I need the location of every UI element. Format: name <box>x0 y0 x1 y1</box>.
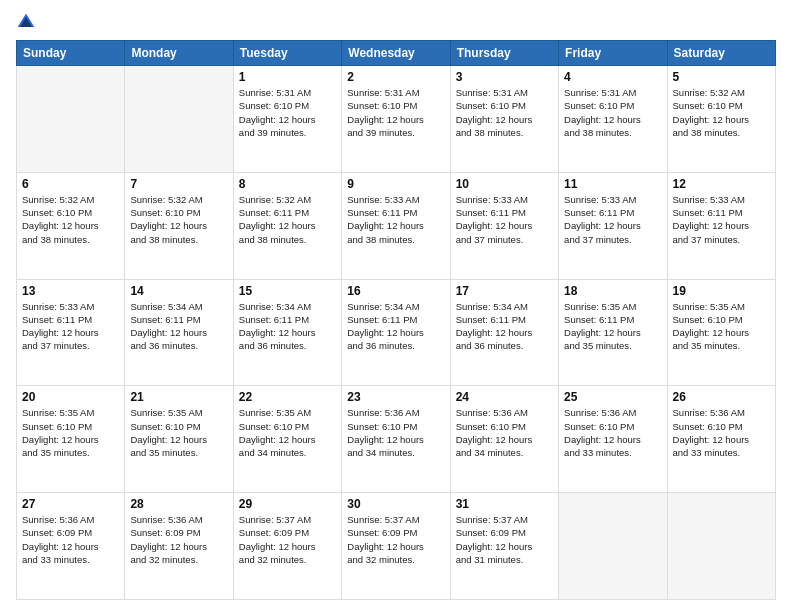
sunrise-label: Sunrise: 5:32 AM <box>673 87 745 98</box>
day-info: Sunrise: 5:31 AMSunset: 6:10 PMDaylight:… <box>239 86 336 139</box>
day-number: 30 <box>347 497 444 511</box>
calendar-cell: 23Sunrise: 5:36 AMSunset: 6:10 PMDayligh… <box>342 386 450 493</box>
calendar-cell: 9Sunrise: 5:33 AMSunset: 6:11 PMDaylight… <box>342 172 450 279</box>
sunset-label: Sunset: 6:11 PM <box>456 314 526 325</box>
calendar-cell: 27Sunrise: 5:36 AMSunset: 6:09 PMDayligh… <box>17 493 125 600</box>
calendar-header-wednesday: Wednesday <box>342 41 450 66</box>
sunset-label: Sunset: 6:10 PM <box>673 314 743 325</box>
sunrise-label: Sunrise: 5:36 AM <box>22 514 94 525</box>
calendar-week-row: 27Sunrise: 5:36 AMSunset: 6:09 PMDayligh… <box>17 493 776 600</box>
daylight-label: Daylight: 12 hours <box>673 434 750 445</box>
calendar-cell: 12Sunrise: 5:33 AMSunset: 6:11 PMDayligh… <box>667 172 775 279</box>
day-number: 2 <box>347 70 444 84</box>
daylight-label: Daylight: 12 hours <box>22 220 99 231</box>
day-info: Sunrise: 5:36 AMSunset: 6:10 PMDaylight:… <box>673 406 770 459</box>
day-number: 11 <box>564 177 661 191</box>
day-number: 19 <box>673 284 770 298</box>
calendar-cell: 6Sunrise: 5:32 AMSunset: 6:10 PMDaylight… <box>17 172 125 279</box>
daylight-minutes: and 36 minutes. <box>130 340 198 351</box>
daylight-label: Daylight: 12 hours <box>239 541 316 552</box>
daylight-label: Daylight: 12 hours <box>456 114 533 125</box>
day-info: Sunrise: 5:36 AMSunset: 6:10 PMDaylight:… <box>564 406 661 459</box>
calendar-cell: 16Sunrise: 5:34 AMSunset: 6:11 PMDayligh… <box>342 279 450 386</box>
calendar-header-row: SundayMondayTuesdayWednesdayThursdayFrid… <box>17 41 776 66</box>
daylight-minutes: and 38 minutes. <box>130 234 198 245</box>
daylight-minutes: and 37 minutes. <box>564 234 632 245</box>
day-info: Sunrise: 5:37 AMSunset: 6:09 PMDaylight:… <box>347 513 444 566</box>
sunrise-label: Sunrise: 5:35 AM <box>130 407 202 418</box>
sunset-label: Sunset: 6:10 PM <box>456 421 526 432</box>
sunset-label: Sunset: 6:10 PM <box>130 421 200 432</box>
daylight-minutes: and 38 minutes. <box>239 234 307 245</box>
sunrise-label: Sunrise: 5:34 AM <box>239 301 311 312</box>
sunset-label: Sunset: 6:11 PM <box>564 207 634 218</box>
day-number: 26 <box>673 390 770 404</box>
sunset-label: Sunset: 6:10 PM <box>564 421 634 432</box>
daylight-label: Daylight: 12 hours <box>239 434 316 445</box>
sunset-label: Sunset: 6:09 PM <box>130 527 200 538</box>
sunset-label: Sunset: 6:10 PM <box>22 421 92 432</box>
day-info: Sunrise: 5:35 AMSunset: 6:10 PMDaylight:… <box>130 406 227 459</box>
sunrise-label: Sunrise: 5:35 AM <box>564 301 636 312</box>
day-number: 12 <box>673 177 770 191</box>
page: SundayMondayTuesdayWednesdayThursdayFrid… <box>0 0 792 612</box>
daylight-label: Daylight: 12 hours <box>130 541 207 552</box>
sunset-label: Sunset: 6:11 PM <box>564 314 634 325</box>
daylight-label: Daylight: 12 hours <box>130 434 207 445</box>
day-number: 31 <box>456 497 553 511</box>
daylight-minutes: and 35 minutes. <box>673 340 741 351</box>
sunset-label: Sunset: 6:09 PM <box>22 527 92 538</box>
daylight-label: Daylight: 12 hours <box>239 114 316 125</box>
sunrise-label: Sunrise: 5:36 AM <box>564 407 636 418</box>
sunset-label: Sunset: 6:10 PM <box>239 100 309 111</box>
calendar-cell: 5Sunrise: 5:32 AMSunset: 6:10 PMDaylight… <box>667 66 775 173</box>
day-info: Sunrise: 5:35 AMSunset: 6:11 PMDaylight:… <box>564 300 661 353</box>
sunrise-label: Sunrise: 5:32 AM <box>239 194 311 205</box>
calendar-cell: 25Sunrise: 5:36 AMSunset: 6:10 PMDayligh… <box>559 386 667 493</box>
daylight-label: Daylight: 12 hours <box>239 220 316 231</box>
day-info: Sunrise: 5:36 AMSunset: 6:10 PMDaylight:… <box>347 406 444 459</box>
day-number: 3 <box>456 70 553 84</box>
sunrise-label: Sunrise: 5:33 AM <box>673 194 745 205</box>
daylight-label: Daylight: 12 hours <box>456 434 533 445</box>
daylight-label: Daylight: 12 hours <box>347 434 424 445</box>
daylight-minutes: and 38 minutes. <box>347 234 415 245</box>
calendar-cell: 4Sunrise: 5:31 AMSunset: 6:10 PMDaylight… <box>559 66 667 173</box>
daylight-label: Daylight: 12 hours <box>564 114 641 125</box>
sunrise-label: Sunrise: 5:37 AM <box>239 514 311 525</box>
calendar-cell: 10Sunrise: 5:33 AMSunset: 6:11 PMDayligh… <box>450 172 558 279</box>
daylight-minutes: and 37 minutes. <box>22 340 90 351</box>
daylight-minutes: and 39 minutes. <box>239 127 307 138</box>
sunrise-label: Sunrise: 5:33 AM <box>22 301 94 312</box>
calendar-cell: 15Sunrise: 5:34 AMSunset: 6:11 PMDayligh… <box>233 279 341 386</box>
day-number: 23 <box>347 390 444 404</box>
sunset-label: Sunset: 6:10 PM <box>673 100 743 111</box>
sunrise-label: Sunrise: 5:34 AM <box>347 301 419 312</box>
sunset-label: Sunset: 6:11 PM <box>673 207 743 218</box>
sunset-label: Sunset: 6:10 PM <box>22 207 92 218</box>
day-number: 25 <box>564 390 661 404</box>
day-number: 17 <box>456 284 553 298</box>
day-info: Sunrise: 5:33 AMSunset: 6:11 PMDaylight:… <box>347 193 444 246</box>
daylight-minutes: and 38 minutes. <box>564 127 632 138</box>
daylight-minutes: and 39 minutes. <box>347 127 415 138</box>
calendar-cell <box>559 493 667 600</box>
sunrise-label: Sunrise: 5:33 AM <box>456 194 528 205</box>
daylight-minutes: and 32 minutes. <box>239 554 307 565</box>
daylight-minutes: and 35 minutes. <box>22 447 90 458</box>
calendar-cell: 17Sunrise: 5:34 AMSunset: 6:11 PMDayligh… <box>450 279 558 386</box>
calendar-cell <box>125 66 233 173</box>
day-number: 10 <box>456 177 553 191</box>
sunset-label: Sunset: 6:11 PM <box>239 314 309 325</box>
daylight-label: Daylight: 12 hours <box>130 327 207 338</box>
day-info: Sunrise: 5:36 AMSunset: 6:09 PMDaylight:… <box>22 513 119 566</box>
day-number: 21 <box>130 390 227 404</box>
logo-icon <box>16 12 36 32</box>
day-number: 28 <box>130 497 227 511</box>
sunset-label: Sunset: 6:09 PM <box>239 527 309 538</box>
calendar-table: SundayMondayTuesdayWednesdayThursdayFrid… <box>16 40 776 600</box>
day-info: Sunrise: 5:37 AMSunset: 6:09 PMDaylight:… <box>239 513 336 566</box>
sunset-label: Sunset: 6:11 PM <box>22 314 92 325</box>
sunrise-label: Sunrise: 5:32 AM <box>22 194 94 205</box>
daylight-label: Daylight: 12 hours <box>673 114 750 125</box>
